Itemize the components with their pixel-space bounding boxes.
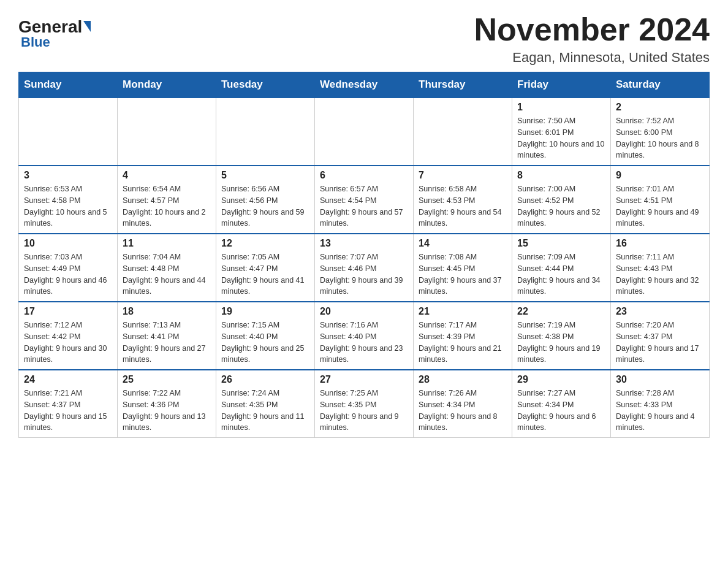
title-block: November 2024 Eagan, Minnesota, United S… xyxy=(474,12,710,66)
calendar-cell: 17Sunrise: 7:12 AMSunset: 4:42 PMDayligh… xyxy=(19,302,118,370)
calendar-cell: 21Sunrise: 7:17 AMSunset: 4:39 PMDayligh… xyxy=(414,302,512,370)
day-number: 19 xyxy=(221,306,309,317)
week-row-2: 3Sunrise: 6:53 AMSunset: 4:58 PMDaylight… xyxy=(19,166,710,234)
calendar-cell: 5Sunrise: 6:56 AMSunset: 4:56 PMDaylight… xyxy=(216,166,315,234)
day-detail: Sunrise: 6:57 AMSunset: 4:54 PMDaylight:… xyxy=(320,183,408,229)
calendar-cell: 13Sunrise: 7:07 AMSunset: 4:46 PMDayligh… xyxy=(315,234,414,302)
day-number: 25 xyxy=(123,374,211,385)
week-row-3: 10Sunrise: 7:03 AMSunset: 4:49 PMDayligh… xyxy=(19,234,710,302)
calendar-cell: 23Sunrise: 7:20 AMSunset: 4:37 PMDayligh… xyxy=(611,302,710,370)
calendar-cell: 20Sunrise: 7:16 AMSunset: 4:40 PMDayligh… xyxy=(315,302,414,370)
calendar-cell: 30Sunrise: 7:28 AMSunset: 4:33 PMDayligh… xyxy=(611,370,710,438)
day-detail: Sunrise: 7:26 AMSunset: 4:34 PMDaylight:… xyxy=(419,388,507,434)
day-number: 2 xyxy=(616,102,704,113)
day-number: 15 xyxy=(517,238,605,249)
day-detail: Sunrise: 7:15 AMSunset: 4:40 PMDaylight:… xyxy=(221,320,309,366)
day-detail: Sunrise: 7:17 AMSunset: 4:39 PMDaylight:… xyxy=(419,320,507,366)
calendar-cell: 26Sunrise: 7:24 AMSunset: 4:35 PMDayligh… xyxy=(216,370,315,438)
day-number: 24 xyxy=(24,374,112,385)
logo-arrow-icon xyxy=(83,21,91,32)
day-number: 8 xyxy=(517,170,605,181)
day-number: 28 xyxy=(419,374,507,385)
day-detail: Sunrise: 7:13 AMSunset: 4:41 PMDaylight:… xyxy=(123,320,211,366)
day-number: 6 xyxy=(320,170,408,181)
day-detail: Sunrise: 6:56 AMSunset: 4:56 PMDaylight:… xyxy=(221,183,309,229)
calendar-cell: 14Sunrise: 7:08 AMSunset: 4:45 PMDayligh… xyxy=(414,234,512,302)
calendar-cell: 7Sunrise: 6:58 AMSunset: 4:53 PMDaylight… xyxy=(414,166,512,234)
day-detail: Sunrise: 7:04 AMSunset: 4:48 PMDaylight:… xyxy=(123,251,211,297)
calendar-cell: 8Sunrise: 7:00 AMSunset: 4:52 PMDaylight… xyxy=(512,166,611,234)
day-number: 22 xyxy=(517,306,605,317)
column-header-wednesday: Wednesday xyxy=(315,72,414,98)
day-detail: Sunrise: 7:00 AMSunset: 4:52 PMDaylight:… xyxy=(517,183,605,229)
day-detail: Sunrise: 6:54 AMSunset: 4:57 PMDaylight:… xyxy=(123,183,211,229)
column-header-friday: Friday xyxy=(512,72,611,98)
day-number: 23 xyxy=(616,306,704,317)
day-detail: Sunrise: 7:28 AMSunset: 4:33 PMDaylight:… xyxy=(616,388,704,434)
day-number: 30 xyxy=(616,374,704,385)
day-detail: Sunrise: 7:22 AMSunset: 4:36 PMDaylight:… xyxy=(123,388,211,434)
main-title: November 2024 xyxy=(474,12,710,47)
day-number: 18 xyxy=(123,306,211,317)
day-number: 13 xyxy=(320,238,408,249)
calendar-cell: 25Sunrise: 7:22 AMSunset: 4:36 PMDayligh… xyxy=(118,370,216,438)
day-detail: Sunrise: 7:25 AMSunset: 4:35 PMDaylight:… xyxy=(320,388,408,434)
day-detail: Sunrise: 7:05 AMSunset: 4:47 PMDaylight:… xyxy=(221,251,309,297)
day-number: 1 xyxy=(517,102,605,113)
day-number: 4 xyxy=(123,170,211,181)
day-detail: Sunrise: 7:52 AMSunset: 6:00 PMDaylight:… xyxy=(616,115,704,161)
day-number: 27 xyxy=(320,374,408,385)
day-number: 29 xyxy=(517,374,605,385)
column-header-thursday: Thursday xyxy=(414,72,512,98)
day-number: 11 xyxy=(123,238,211,249)
day-number: 14 xyxy=(419,238,507,249)
day-detail: Sunrise: 6:58 AMSunset: 4:53 PMDaylight:… xyxy=(419,183,507,229)
calendar-cell xyxy=(216,98,315,166)
day-number: 21 xyxy=(419,306,507,317)
day-number: 10 xyxy=(24,238,112,249)
calendar-cell xyxy=(315,98,414,166)
day-detail: Sunrise: 7:08 AMSunset: 4:45 PMDaylight:… xyxy=(419,251,507,297)
page-header: General Blue November 2024 Eagan, Minnes… xyxy=(18,12,710,66)
calendar-cell: 15Sunrise: 7:09 AMSunset: 4:44 PMDayligh… xyxy=(512,234,611,302)
calendar-cell: 29Sunrise: 7:27 AMSunset: 4:34 PMDayligh… xyxy=(512,370,611,438)
column-header-sunday: Sunday xyxy=(19,72,118,98)
calendar-cell: 10Sunrise: 7:03 AMSunset: 4:49 PMDayligh… xyxy=(19,234,118,302)
week-row-1: 1Sunrise: 7:50 AMSunset: 6:01 PMDaylight… xyxy=(19,98,710,166)
calendar-cell: 12Sunrise: 7:05 AMSunset: 4:47 PMDayligh… xyxy=(216,234,315,302)
day-number: 3 xyxy=(24,170,112,181)
calendar-cell: 28Sunrise: 7:26 AMSunset: 4:34 PMDayligh… xyxy=(414,370,512,438)
day-number: 9 xyxy=(616,170,704,181)
column-header-saturday: Saturday xyxy=(611,72,710,98)
calendar-cell: 3Sunrise: 6:53 AMSunset: 4:58 PMDaylight… xyxy=(19,166,118,234)
calendar-cell xyxy=(118,98,216,166)
day-number: 12 xyxy=(221,238,309,249)
day-number: 20 xyxy=(320,306,408,317)
column-header-tuesday: Tuesday xyxy=(216,72,315,98)
day-detail: Sunrise: 7:03 AMSunset: 4:49 PMDaylight:… xyxy=(24,251,112,297)
calendar-table: SundayMondayTuesdayWednesdayThursdayFrid… xyxy=(18,72,710,438)
day-detail: Sunrise: 7:16 AMSunset: 4:40 PMDaylight:… xyxy=(320,320,408,366)
logo-blue-text: Blue xyxy=(21,34,50,50)
day-detail: Sunrise: 7:12 AMSunset: 4:42 PMDaylight:… xyxy=(24,320,112,366)
week-row-4: 17Sunrise: 7:12 AMSunset: 4:42 PMDayligh… xyxy=(19,302,710,370)
day-number: 5 xyxy=(221,170,309,181)
calendar-cell: 6Sunrise: 6:57 AMSunset: 4:54 PMDaylight… xyxy=(315,166,414,234)
day-detail: Sunrise: 7:11 AMSunset: 4:43 PMDaylight:… xyxy=(616,251,704,297)
calendar-cell: 4Sunrise: 6:54 AMSunset: 4:57 PMDaylight… xyxy=(118,166,216,234)
day-detail: Sunrise: 7:19 AMSunset: 4:38 PMDaylight:… xyxy=(517,320,605,366)
logo: General Blue xyxy=(18,18,91,50)
subtitle: Eagan, Minnesota, United States xyxy=(474,50,710,66)
calendar-cell: 11Sunrise: 7:04 AMSunset: 4:48 PMDayligh… xyxy=(118,234,216,302)
calendar-cell: 24Sunrise: 7:21 AMSunset: 4:37 PMDayligh… xyxy=(19,370,118,438)
day-detail: Sunrise: 7:01 AMSunset: 4:51 PMDaylight:… xyxy=(616,183,704,229)
logo-general-text: General xyxy=(18,18,82,36)
week-row-5: 24Sunrise: 7:21 AMSunset: 4:37 PMDayligh… xyxy=(19,370,710,438)
day-detail: Sunrise: 7:20 AMSunset: 4:37 PMDaylight:… xyxy=(616,320,704,366)
day-number: 16 xyxy=(616,238,704,249)
day-detail: Sunrise: 6:53 AMSunset: 4:58 PMDaylight:… xyxy=(24,183,112,229)
day-number: 17 xyxy=(24,306,112,317)
calendar-cell: 27Sunrise: 7:25 AMSunset: 4:35 PMDayligh… xyxy=(315,370,414,438)
calendar-cell: 2Sunrise: 7:52 AMSunset: 6:00 PMDaylight… xyxy=(611,98,710,166)
day-detail: Sunrise: 7:27 AMSunset: 4:34 PMDaylight:… xyxy=(517,388,605,434)
